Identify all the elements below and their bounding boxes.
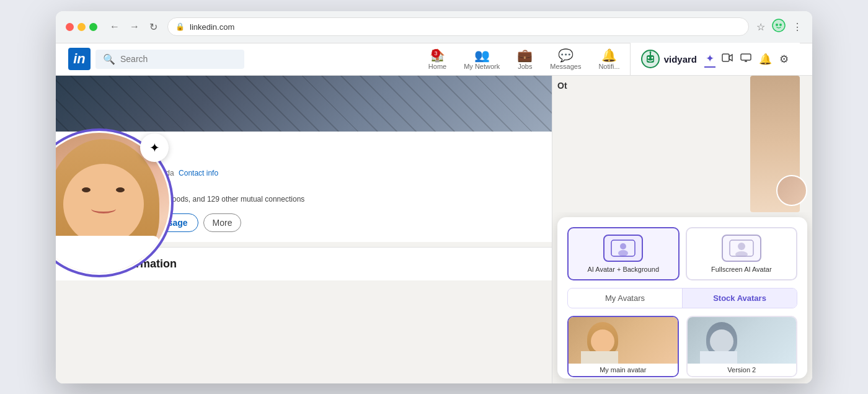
version2-avatar-preview[interactable]: Version 2: [686, 316, 798, 377]
messages-icon: 💬: [558, 48, 574, 63]
camera-record-button[interactable]: [720, 51, 734, 66]
vidyard-navbar-section: vidyard ✦ 🔔 ⚙: [630, 43, 800, 75]
vidyard-robot-icon: [640, 49, 660, 69]
settings-gear-button[interactable]: ⚙: [778, 51, 790, 67]
svg-point-9: [649, 51, 651, 53]
fullscreen-avatar-card[interactable]: Fullscreen AI Avatar: [686, 227, 798, 280]
right-panels: Ot: [552, 76, 812, 383]
ai-avatar-bg-icon: [611, 240, 636, 257]
ai-avatar-bg-label: AI Avatar + Background: [587, 266, 659, 273]
svg-point-7: [647, 57, 649, 59]
nav-items: 🏠 3 Home 👥 My Network 💼 Jobs 💬 Messages …: [421, 44, 627, 74]
ai-sparkle-badge: ✦: [140, 133, 169, 162]
traffic-lights: [66, 23, 97, 31]
jobs-icon: 💼: [517, 48, 533, 63]
small-avatars: [776, 175, 807, 206]
jobs-label: Jobs: [518, 63, 532, 70]
avatar-type-cards: AI Avatar + Background Fullscreen AI Ava…: [567, 227, 797, 280]
url-text: linkedin.com: [190, 22, 234, 32]
browser-chrome: ← → ↻ 🔒 linkedin.com ☆ ⋮: [56, 11, 812, 43]
main-content: owe at Titan ario, Canada Contact info c…: [56, 76, 812, 383]
floating-avatar-container: ✦: [56, 128, 174, 277]
svg-rect-10: [722, 54, 729, 61]
maximize-button[interactable]: [89, 23, 97, 31]
main-avatar-label: My main avatar: [569, 364, 678, 376]
ai-sparkle-button[interactable]: ✦: [704, 51, 715, 68]
other-profiles-section: Ot: [552, 76, 812, 212]
main-avatar-preview[interactable]: My main avatar: [567, 316, 679, 377]
avatar-previews: My main avatar Version 2: [567, 316, 797, 377]
svg-rect-11: [741, 54, 751, 60]
sparkle-icon: ✦: [149, 140, 160, 155]
nav-item-notifications[interactable]: 🔔 Notifi...: [591, 44, 627, 74]
vidyard-panel: AI Avatar + Background Fullscreen AI Ava…: [557, 217, 807, 378]
refresh-button[interactable]: ↻: [147, 20, 160, 34]
network-icon: 👥: [474, 48, 490, 63]
vidyard-logo: vidyard: [640, 49, 697, 69]
contact-info-link[interactable]: Contact info: [179, 169, 218, 177]
notifications-label: Notifi...: [598, 63, 619, 70]
home-badge: 3: [432, 49, 440, 58]
svg-point-14: [618, 250, 628, 256]
nav-item-jobs[interactable]: 💼 Jobs: [510, 44, 540, 74]
stock-avatars-tab[interactable]: Stock Avatars: [683, 289, 797, 308]
browser-actions: ☆ ⋮: [756, 18, 802, 35]
vidyard-tools: ✦ 🔔 ⚙: [704, 51, 790, 68]
svg-point-13: [620, 243, 626, 249]
close-button[interactable]: [66, 23, 74, 31]
messages-label: Messages: [550, 63, 581, 70]
home-label: Home: [428, 63, 446, 70]
linkedin-navbar: in 🔍 🏠 3 Home 👥 My Network 💼 Jobs 💬: [56, 43, 812, 76]
extension-button[interactable]: [771, 18, 786, 35]
back-button[interactable]: ←: [107, 20, 122, 34]
nav-item-messages[interactable]: 💬 Messages: [542, 44, 588, 74]
forward-button[interactable]: →: [127, 20, 142, 34]
linkedin-logo: in: [68, 48, 91, 70]
svg-point-2: [776, 24, 778, 26]
nav-item-network[interactable]: 👥 My Network: [456, 44, 507, 74]
ai-avatar-bg-card[interactable]: AI Avatar + Background: [567, 227, 680, 280]
nav-item-home[interactable]: 🏠 3 Home: [421, 44, 454, 74]
fullscreen-avatar-label: Fullscreen AI Avatar: [711, 266, 772, 273]
small-avatar-1: [776, 175, 807, 206]
svg-point-16: [738, 243, 745, 250]
address-bar[interactable]: 🔒 linkedin.com: [167, 17, 749, 36]
nav-buttons: ← → ↻: [107, 20, 160, 34]
svg-point-3: [779, 24, 782, 26]
vidyard-brand-name: vidyard: [664, 54, 697, 65]
search-input[interactable]: [120, 54, 237, 64]
other-section-label: Ot: [557, 81, 567, 91]
more-button[interactable]: More: [203, 213, 242, 232]
lock-icon: 🔒: [175, 22, 185, 31]
fullscreen-avatar-icon: [729, 240, 754, 257]
version2-avatar-label: Version 2: [688, 364, 797, 376]
home-icon: 🏠 3: [430, 48, 445, 63]
minimize-button[interactable]: [78, 23, 86, 31]
avatar-tabs: My Avatars Stock Avatars: [567, 288, 797, 308]
browser-window: ← → ↻ 🔒 linkedin.com ☆ ⋮ in: [56, 11, 812, 383]
notification-bell-button[interactable]: 🔔: [758, 51, 773, 67]
network-label: My Network: [464, 63, 500, 70]
notifications-icon: 🔔: [601, 48, 617, 63]
linkedin-section: owe at Titan ario, Canada Contact info c…: [56, 76, 552, 383]
bookmark-button[interactable]: ☆: [756, 21, 765, 33]
my-avatars-tab[interactable]: My Avatars: [568, 289, 683, 308]
menu-button[interactable]: ⋮: [792, 21, 802, 33]
screen-record-button[interactable]: [739, 51, 753, 66]
search-icon: 🔍: [103, 53, 115, 65]
search-box[interactable]: 🔍: [95, 50, 244, 69]
svg-point-8: [651, 57, 653, 59]
